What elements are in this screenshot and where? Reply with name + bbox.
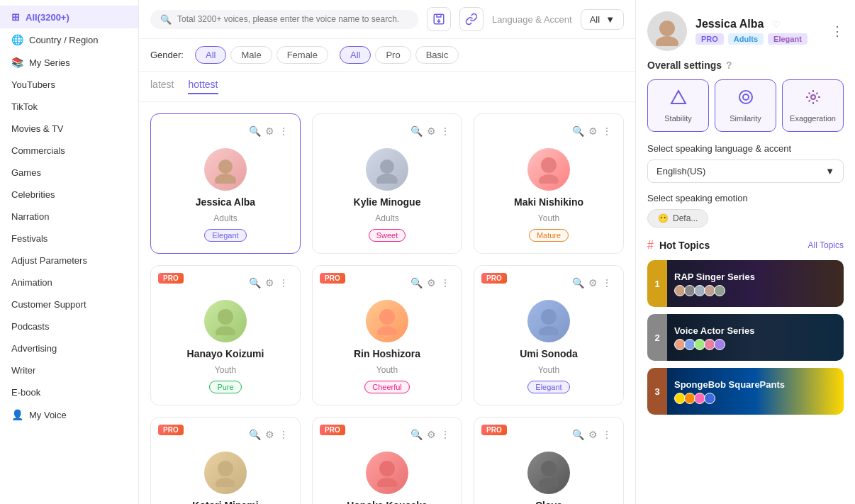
voice-card-kotori-minami[interactable]: PRO 🔍 ⚙ ⋮ Kotori Minami Youth Gentle	[150, 417, 301, 504]
more-card-icon[interactable]: ⋮	[279, 125, 289, 137]
search-card-icon[interactable]: 🔍	[410, 429, 423, 440]
topic-content-va: Voice Actor Series	[667, 314, 844, 361]
setting-similarity[interactable]: Similarity	[715, 79, 776, 132]
voice-card-maki-nishikino[interactable]: 🔍 ⚙ ⋮ Maki Nishikino Youth Mature	[474, 113, 624, 254]
voice-card-rin-hoshizora[interactable]: PRO 🔍 ⚙ ⋮ Rin Hoshizora Youth Cheerful	[312, 265, 462, 405]
search-card-icon[interactable]: 🔍	[572, 429, 584, 440]
voice-name: Maki Nishikino	[514, 196, 583, 208]
settings-card-icon[interactable]: ⚙	[265, 429, 274, 440]
language-dropdown[interactable]: English(US) ▼	[647, 159, 844, 183]
voice-card-jessica-alba[interactable]: 🔍 ⚙ ⋮ Jessica Alba Adults Elegant	[150, 113, 301, 254]
topic-content-rap: RAP Singer Series	[667, 260, 844, 307]
filter-type-basic[interactable]: Basic	[415, 46, 459, 64]
search-card-icon[interactable]: 🔍	[249, 125, 261, 137]
filter-gender-female[interactable]: Female	[276, 46, 328, 64]
settings-card-icon[interactable]: ⚙	[588, 277, 598, 289]
sidebar-item-adjust[interactable]: Adjust Parameters	[0, 250, 138, 271]
sidebar-item-advertising[interactable]: Advertising	[0, 337, 138, 359]
chevron-down-icon: ▼	[825, 166, 834, 177]
more-card-icon[interactable]: ⋮	[602, 429, 612, 440]
voice-card-honoka-kousaka[interactable]: PRO 🔍 ⚙ ⋮ Honoka Kousaka Youth Sweet	[312, 417, 462, 504]
sidebar-item-all[interactable]: ⊞ All(3200+)	[0, 6, 138, 28]
topic-card-spongebob[interactable]: 3 SpongeBob SquarePants	[647, 368, 844, 415]
more-card-icon[interactable]: ⋮	[279, 277, 289, 289]
sidebar-item-myvoice[interactable]: 👤 My Voice	[0, 403, 138, 426]
topic-content-sb: SpongeBob SquarePants	[667, 368, 844, 415]
sidebar-item-ebook[interactable]: E-book	[0, 381, 138, 403]
topic-card-rap[interactable]: 1 RAP Singer Series	[647, 260, 844, 307]
svg-point-14	[216, 478, 235, 487]
setting-stability[interactable]: Stability	[647, 79, 709, 132]
voice-name: Kotori Minami	[192, 500, 258, 504]
type-filter-group: All Pro Basic	[340, 46, 459, 64]
globe-icon: 🌐	[11, 34, 23, 45]
voice-age: Youth	[215, 365, 236, 375]
search-card-icon[interactable]: 🔍	[410, 125, 423, 137]
profile-name: Jessica Alba	[695, 18, 764, 30]
voice-card-kylie-minogue[interactable]: 🔍 ⚙ ⋮ Kylie Minogue Adults Sweet	[312, 113, 462, 254]
more-card-icon[interactable]: ⋮	[602, 125, 612, 137]
settings-card-icon[interactable]: ⚙	[588, 429, 598, 440]
more-card-icon[interactable]: ⋮	[440, 125, 450, 137]
overall-settings-title: Overall settings ?	[647, 60, 844, 71]
sidebar-item-support[interactable]: Customer Support	[0, 293, 138, 315]
sidebar-item-festivals[interactable]: Festivals	[0, 228, 138, 250]
search-input[interactable]	[177, 14, 408, 24]
settings-card-icon[interactable]: ⚙	[588, 125, 598, 137]
sidebar-item-podcasts[interactable]: Podcasts	[0, 315, 138, 337]
more-card-icon[interactable]: ⋮	[279, 429, 289, 440]
sidebar-item-myseries[interactable]: 📚 My Series	[0, 51, 138, 74]
voice-card-umi-sonoda[interactable]: PRO 🔍 ⚙ ⋮ Umi Sonoda Youth Elegant	[474, 265, 624, 405]
filter-type-all[interactable]: All	[340, 46, 371, 64]
all-topics-link[interactable]: All Topics	[808, 240, 844, 250]
sidebar-item-celebrities[interactable]: Celebrities	[0, 184, 138, 206]
voice-name: Hanayo Koizumi	[187, 348, 264, 359]
svg-point-10	[377, 326, 397, 335]
language-select[interactable]: All ▼	[581, 9, 624, 30]
sidebar-item-youtubers[interactable]: YouTubers	[0, 74, 138, 96]
more-card-icon[interactable]: ⋮	[602, 277, 612, 289]
search-box[interactable]: 🔍	[150, 10, 418, 29]
save-icon-button[interactable]	[427, 7, 451, 31]
settings-card-icon[interactable]: ⚙	[427, 125, 436, 137]
sidebar-item-country[interactable]: 🌐 Country / Region	[0, 28, 138, 51]
search-card-icon[interactable]: 🔍	[572, 125, 584, 137]
sidebar-item-writer[interactable]: Writer	[0, 359, 138, 381]
emotion-button[interactable]: 😶 Defa...	[647, 209, 708, 228]
filter-type-pro[interactable]: Pro	[375, 46, 410, 64]
settings-card-icon[interactable]: ⚙	[427, 277, 436, 289]
settings-card-icon[interactable]: ⚙	[265, 277, 274, 289]
profile-more-button[interactable]: ⋮	[831, 23, 844, 39]
voice-tag: Elegant	[527, 381, 569, 393]
svg-point-16	[377, 478, 397, 487]
sidebar-item-commercials[interactable]: Commercials	[0, 140, 138, 162]
tab-hottest[interactable]: hottest	[188, 79, 218, 94]
sidebar-item-narration[interactable]: Narration	[0, 206, 138, 228]
search-card-icon[interactable]: 🔍	[249, 429, 261, 440]
filter-gender-all[interactable]: All	[195, 46, 226, 64]
settings-help-icon[interactable]: ?	[726, 60, 732, 71]
tab-latest[interactable]: latest	[150, 79, 174, 94]
svg-point-15	[379, 461, 395, 476]
settings-card-icon[interactable]: ⚙	[265, 125, 274, 137]
more-card-icon[interactable]: ⋮	[440, 277, 450, 289]
search-card-icon[interactable]: 🔍	[410, 277, 423, 289]
sidebar-item-tiktok[interactable]: TikTok	[0, 96, 138, 118]
heart-icon[interactable]: ♡	[772, 19, 781, 30]
more-card-icon[interactable]: ⋮	[440, 429, 450, 440]
sidebar-item-animation[interactable]: Animation	[0, 271, 138, 293]
topic-card-voice-actor[interactable]: 2 Voice Actor Series	[647, 314, 844, 361]
voice-card-clove[interactable]: PRO 🔍 ⚙ ⋮ Clove Adults Assertive	[474, 417, 624, 504]
voice-card-hanayo-koizumi[interactable]: PRO 🔍 ⚙ ⋮ Hanayo Koizumi Youth Pure	[150, 265, 301, 405]
setting-exaggeration[interactable]: Exaggeration	[782, 79, 844, 132]
search-card-icon[interactable]: 🔍	[249, 277, 261, 289]
voice-avatar	[527, 300, 570, 342]
filter-gender-male[interactable]: Male	[230, 46, 272, 64]
link-icon-button[interactable]	[459, 7, 484, 31]
voice-tag: Elegant	[204, 229, 246, 242]
sidebar-item-games[interactable]: Games	[0, 162, 138, 184]
sidebar-item-movies[interactable]: Movies & TV	[0, 118, 138, 140]
voice-avatar	[527, 148, 570, 191]
settings-card-icon[interactable]: ⚙	[427, 429, 436, 440]
search-card-icon[interactable]: 🔍	[572, 277, 584, 289]
